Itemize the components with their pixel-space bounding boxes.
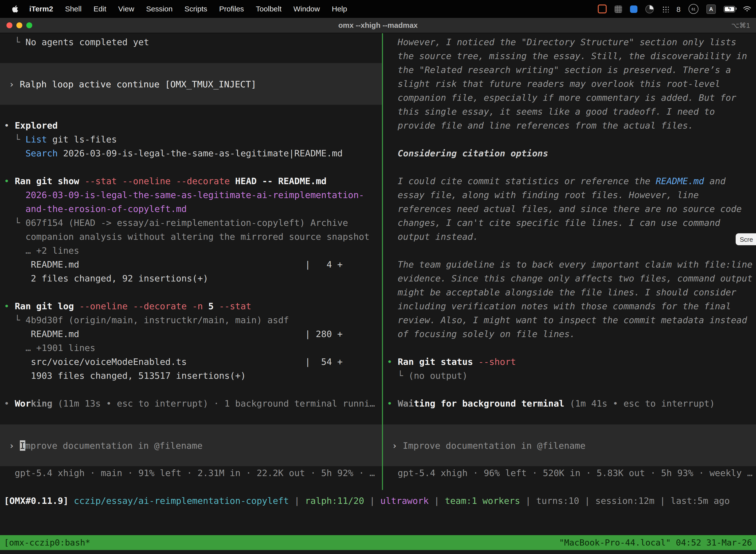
reasoning-line: this single essay, it seems like a good …: [387, 105, 756, 119]
blank-line: [387, 244, 756, 258]
menu-item-shell[interactable]: Shell: [59, 0, 87, 18]
reasoning-line: review. Also, I might want to inspect th…: [387, 313, 756, 327]
dots-grid-icon[interactable]: [662, 5, 669, 12]
text-segment: Considering citation options: [397, 148, 548, 158]
menu-item-scripts[interactable]: Scripts: [179, 0, 213, 18]
text-segment: •: [4, 120, 15, 130]
omx-status-line: [OMX#0.11.9] cczip/essay/ai-reimplementa…: [4, 494, 756, 508]
text-segment: Ran: [15, 301, 36, 311]
apple-menu-icon[interactable]: [7, 5, 23, 13]
text-segment: •: [387, 356, 397, 367]
text-segment: └: [15, 37, 25, 47]
menu-item-edit[interactable]: Edit: [87, 0, 112, 18]
reasoning-line: the source tree, missing the essay. Stil…: [387, 49, 756, 63]
loop-icon[interactable]: 8: [676, 5, 681, 13]
text-segment: └: [15, 315, 25, 325]
text-segment: the "Related research writing" section i…: [397, 64, 731, 75]
text-segment: (1m 41s • esc to interrupt): [564, 398, 715, 408]
text-segment: └: [15, 217, 25, 228]
tmux-host-time: "MacBook-Pro-44.local" 04:52 31-Mar-26: [559, 538, 752, 548]
text-segment: slight risk that future readers may over…: [397, 78, 720, 89]
reasoning-line: provide file and line references from th…: [387, 119, 756, 132]
command-input[interactable]: ›Improve documentation in @filename: [0, 425, 382, 466]
text-segment: --short: [479, 356, 516, 367]
reasoning-line: including verification notes with those …: [387, 299, 756, 313]
prompt-chevron-icon: ›: [392, 440, 397, 450]
ran-git-show-line: • Ran git show --stat --oneline --decora…: [4, 174, 382, 188]
text-segment: output instead.: [397, 231, 478, 242]
menu-item-toolbelt[interactable]: Toolbelt: [250, 0, 288, 18]
battery-icon[interactable]: ϟ: [724, 6, 735, 12]
menu-item-help[interactable]: Help: [326, 0, 353, 18]
command-wrap-line: and-the-erosion-of-copyleft.md: [4, 202, 382, 216]
window-title: omx --xhigh --madmax: [0, 18, 756, 33]
battery-cap: [736, 7, 737, 10]
menu-item-session[interactable]: Session: [140, 0, 179, 18]
input-source-icon[interactable]: A: [706, 4, 716, 14]
text-segment: companion file, especially if more comme…: [397, 92, 736, 103]
reasoning-line: companion file, especially if more comme…: [387, 91, 756, 105]
text-segment: the source tree, missing the essay. Stil…: [397, 51, 747, 61]
text-segment: ralph:11/20: [305, 495, 364, 506]
text-segment: this single essay, it seems like a good …: [397, 106, 715, 117]
text-segment: review. Also, I might want to inspect th…: [397, 315, 747, 325]
text-segment: 2026-03-09-is-legal-the-same-as-legitima…: [25, 189, 364, 200]
reasoning-line: I could cite commit statistics or refere…: [387, 174, 756, 188]
text-segment: companion analysis without altering the …: [25, 231, 370, 242]
text-segment: including verification notes with those …: [397, 301, 731, 311]
terminal: └ No agents completed yet›Ralph loop act…: [0, 33, 756, 554]
text-segment: turns:10: [536, 495, 579, 506]
recording-indicator-icon[interactable]: [597, 4, 607, 13]
blank-line: [4, 160, 382, 174]
text-segment: I could cite commit statistics or refere…: [397, 176, 655, 186]
text-segment: Wor: [15, 398, 31, 408]
window-shortcut-badge: ⌥⌘1: [731, 18, 750, 33]
commit-line: └ 4b9d30f (origin/main, instructkr/main,…: [4, 313, 382, 327]
ralph-loop-banner: ›Ralph loop active continue [OMX_TMUX_IN…: [0, 63, 382, 105]
grid-tile-icon[interactable]: [614, 5, 622, 13]
text-segment: and: [704, 176, 726, 186]
text-segment: |: [289, 495, 305, 506]
ran-git-status-line: • Ran git status --short: [387, 355, 756, 369]
command-input[interactable]: ›Improve documentation in @filename: [383, 425, 756, 466]
model-status-line: gpt-5.4 xhigh · main · 91% left · 2.31M …: [4, 466, 382, 480]
blank-line: [4, 383, 382, 397]
text-segment: cczip/essay/ai-reimplementation-copyleft: [74, 495, 289, 506]
text-segment: •: [387, 398, 397, 408]
text-segment: ting for background terminal: [414, 398, 564, 408]
text-segment: git ls-files: [47, 134, 117, 145]
text-segment: gpt-5.4 xhigh · 96% left · 520K in · 5.8…: [397, 467, 753, 478]
reasoning-line: might be acceptable alongside the file l…: [387, 285, 756, 299]
text-segment: 5: [208, 301, 219, 311]
text-segment: |: [579, 495, 595, 506]
text-segment: evidence. Since this change only affects…: [397, 273, 753, 283]
blank-line: [387, 160, 756, 174]
blue-app-icon[interactable]: [630, 5, 637, 13]
text-segment: 2026-03-09-is-legal-the-same-as-legitima…: [58, 148, 343, 158]
text-segment: … +1901 lines: [25, 342, 96, 353]
wifi-icon[interactable]: [743, 6, 751, 12]
menu-item-iterm2[interactable]: iTerm2: [23, 0, 59, 18]
explored-search-line: Search 2026-03-09-is-legal-the-same-as-l…: [4, 147, 382, 160]
prompt-chevron-icon: ›: [9, 79, 14, 89]
text-segment: README.md | 280 +: [31, 329, 342, 339]
text-segment: --stat: [219, 301, 251, 311]
text-segment: |: [364, 495, 380, 506]
reasoning-line: references need actual files, and since …: [387, 202, 756, 216]
banner-text: Ralph loop active continue [OMX_TMUX_INJ…: [20, 79, 256, 89]
gauge-value: 61: [692, 7, 695, 11]
reasoning-heading: Considering citation options: [387, 147, 756, 160]
right-pane[interactable]: However, I noticed the "Directory Struct…: [383, 33, 756, 490]
left-pane[interactable]: └ No agents completed yet›Ralph loop act…: [0, 33, 382, 490]
commit-line: companion analysis without altering the …: [4, 230, 382, 244]
gauge-icon[interactable]: 61: [689, 4, 698, 14]
screen: iTerm2 Shell Edit View Session Scripts P…: [0, 0, 756, 554]
explored-header: • Explored: [4, 119, 382, 132]
round-app-icon[interactable]: [645, 5, 653, 13]
screen-share-button[interactable]: Scre: [736, 233, 756, 245]
menu-item-profiles[interactable]: Profiles: [213, 0, 250, 18]
menu-item-window[interactable]: Window: [288, 0, 326, 18]
text-segment: |: [520, 495, 536, 506]
input-text: mprove documentation in @filename: [25, 440, 202, 450]
menu-item-view[interactable]: View: [112, 0, 140, 18]
